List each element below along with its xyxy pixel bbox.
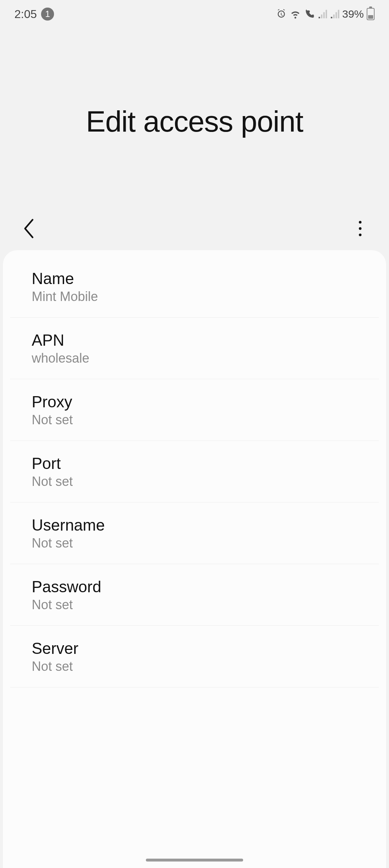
setting-name[interactable]: Name Mint Mobile: [10, 254, 379, 318]
signal-2-icon: [330, 9, 339, 19]
svg-point-2: [359, 234, 361, 236]
setting-proxy[interactable]: Proxy Not set: [10, 379, 379, 441]
wifi-calling-icon: [304, 9, 315, 19]
setting-value: Not set: [32, 659, 357, 674]
status-bar: 2:05 1 39%: [0, 0, 389, 22]
svg-point-0: [359, 221, 361, 223]
status-right: 39%: [276, 8, 375, 20]
setting-value: Not set: [32, 597, 357, 612]
setting-value: wholesale: [32, 351, 357, 366]
setting-label: APN: [32, 331, 357, 349]
setting-label: Password: [32, 578, 357, 596]
setting-value: Mint Mobile: [32, 289, 357, 304]
setting-label: Server: [32, 639, 357, 657]
settings-list: Name Mint Mobile APN wholesale Proxy Not…: [3, 250, 386, 868]
header-area: Edit access point: [0, 22, 389, 211]
status-left: 2:05 1: [14, 8, 54, 21]
signal-1-icon: [318, 9, 327, 19]
home-indicator[interactable]: [146, 859, 243, 862]
battery-icon: [367, 8, 375, 20]
setting-value: Not set: [32, 536, 357, 551]
setting-value: Not set: [32, 412, 357, 428]
chevron-left-icon: [22, 218, 35, 239]
setting-label: Port: [32, 455, 357, 473]
setting-port[interactable]: Port Not set: [10, 441, 379, 502]
setting-label: Proxy: [32, 393, 357, 411]
more-options-button[interactable]: [349, 218, 371, 239]
setting-value: Not set: [32, 474, 357, 489]
setting-label: Name: [32, 270, 357, 288]
svg-point-1: [359, 227, 361, 230]
status-time: 2:05: [14, 8, 37, 21]
setting-label: Username: [32, 516, 357, 534]
alarm-icon: [276, 9, 287, 19]
wifi-icon: [290, 9, 301, 19]
setting-username[interactable]: Username Not set: [10, 502, 379, 564]
toolbar: [0, 211, 389, 250]
page-title: Edit access point: [22, 105, 367, 138]
more-vertical-icon: [358, 221, 362, 236]
battery-percent-text: 39%: [342, 8, 364, 20]
setting-apn[interactable]: APN wholesale: [10, 318, 379, 379]
setting-server[interactable]: Server Not set: [10, 626, 379, 687]
setting-password[interactable]: Password Not set: [10, 564, 379, 626]
notification-count-badge: 1: [41, 8, 54, 21]
back-button[interactable]: [18, 218, 40, 239]
